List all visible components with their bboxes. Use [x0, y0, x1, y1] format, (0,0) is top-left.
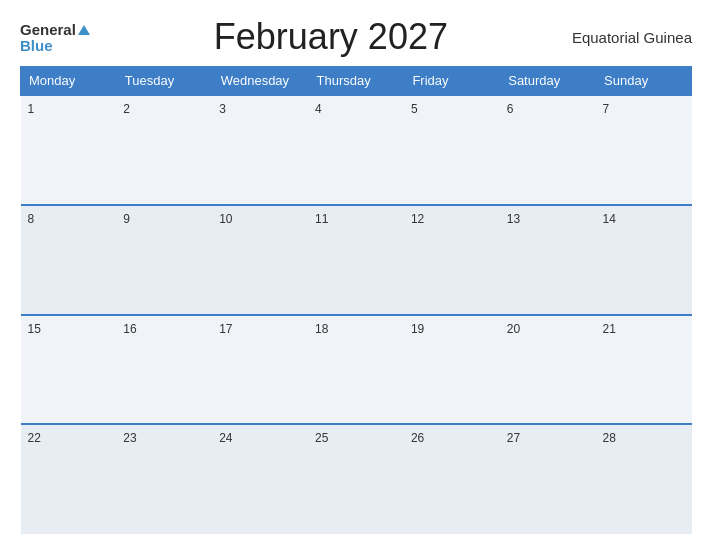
weekday-header: Saturday	[500, 67, 596, 96]
calendar-day-cell: 18	[308, 315, 404, 425]
calendar-day-cell: 3	[212, 95, 308, 205]
calendar-day-cell: 16	[116, 315, 212, 425]
calendar-day-cell: 11	[308, 205, 404, 315]
calendar-day-cell: 7	[596, 95, 692, 205]
calendar-day-cell: 10	[212, 205, 308, 315]
calendar-day-cell: 13	[500, 205, 596, 315]
day-number: 13	[507, 212, 520, 226]
country-label: Equatorial Guinea	[572, 29, 692, 46]
day-number: 12	[411, 212, 424, 226]
day-number: 15	[28, 322, 41, 336]
calendar-day-cell: 9	[116, 205, 212, 315]
day-number: 7	[603, 102, 610, 116]
weekday-header: Tuesday	[116, 67, 212, 96]
weekday-header: Monday	[21, 67, 117, 96]
calendar-table: MondayTuesdayWednesdayThursdayFridaySatu…	[20, 66, 692, 534]
day-number: 4	[315, 102, 322, 116]
logo-blue-text: Blue	[20, 38, 90, 53]
day-number: 14	[603, 212, 616, 226]
day-number: 22	[28, 431, 41, 445]
calendar-body: 1234567891011121314151617181920212223242…	[21, 95, 692, 534]
calendar-day-cell: 25	[308, 424, 404, 534]
calendar-day-cell: 12	[404, 205, 500, 315]
calendar-week-row: 1234567	[21, 95, 692, 205]
calendar-day-cell: 8	[21, 205, 117, 315]
calendar-day-cell: 20	[500, 315, 596, 425]
calendar-day-cell: 14	[596, 205, 692, 315]
day-number: 3	[219, 102, 226, 116]
calendar-day-cell: 19	[404, 315, 500, 425]
day-number: 23	[123, 431, 136, 445]
calendar-day-cell: 27	[500, 424, 596, 534]
day-number: 18	[315, 322, 328, 336]
day-number: 20	[507, 322, 520, 336]
calendar-day-cell: 22	[21, 424, 117, 534]
day-number: 5	[411, 102, 418, 116]
day-number: 24	[219, 431, 232, 445]
day-number: 2	[123, 102, 130, 116]
weekday-header: Sunday	[596, 67, 692, 96]
day-number: 26	[411, 431, 424, 445]
calendar-day-cell: 5	[404, 95, 500, 205]
day-number: 27	[507, 431, 520, 445]
calendar-day-cell: 28	[596, 424, 692, 534]
weekday-header: Friday	[404, 67, 500, 96]
day-number: 11	[315, 212, 328, 226]
day-number: 16	[123, 322, 136, 336]
calendar-day-cell: 23	[116, 424, 212, 534]
day-number: 21	[603, 322, 616, 336]
month-title: February 2027	[214, 16, 448, 58]
day-number: 19	[411, 322, 424, 336]
day-number: 9	[123, 212, 130, 226]
calendar-day-cell: 26	[404, 424, 500, 534]
day-number: 10	[219, 212, 232, 226]
calendar-header: General Blue February 2027 Equatorial Gu…	[20, 16, 692, 58]
day-number: 17	[219, 322, 232, 336]
logo-general-text: General	[20, 22, 90, 38]
calendar-week-row: 891011121314	[21, 205, 692, 315]
weekday-header: Thursday	[308, 67, 404, 96]
day-number: 25	[315, 431, 328, 445]
calendar-day-cell: 15	[21, 315, 117, 425]
calendar-day-cell: 2	[116, 95, 212, 205]
day-number: 1	[28, 102, 35, 116]
calendar-week-row: 15161718192021	[21, 315, 692, 425]
calendar-day-cell: 24	[212, 424, 308, 534]
day-number: 6	[507, 102, 514, 116]
weekday-header: Wednesday	[212, 67, 308, 96]
calendar-day-cell: 21	[596, 315, 692, 425]
day-number: 28	[603, 431, 616, 445]
calendar-day-cell: 17	[212, 315, 308, 425]
calendar-header-row: MondayTuesdayWednesdayThursdayFridaySatu…	[21, 67, 692, 96]
day-number: 8	[28, 212, 35, 226]
calendar-week-row: 22232425262728	[21, 424, 692, 534]
logo: General Blue	[20, 22, 90, 53]
calendar-day-cell: 4	[308, 95, 404, 205]
calendar-day-cell: 1	[21, 95, 117, 205]
calendar-day-cell: 6	[500, 95, 596, 205]
